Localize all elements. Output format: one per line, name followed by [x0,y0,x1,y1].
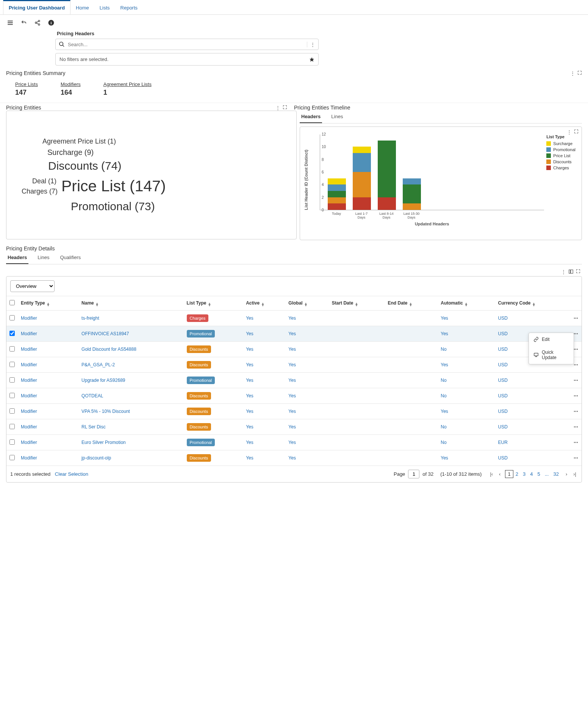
row-checkbox[interactable] [9,377,15,383]
details-tab[interactable]: Lines [36,252,51,264]
cell-automatic[interactable]: Yes [438,357,495,373]
cell-name[interactable]: ts-freight [78,311,184,326]
row-actions-icon[interactable]: ⋯ [570,373,582,388]
next-page-icon[interactable]: › [564,470,569,478]
row-checkbox[interactable] [9,455,15,460]
cell-automatic[interactable]: No [438,373,495,388]
cell-entity-type[interactable]: Modifier [18,419,78,435]
cell-entity-type[interactable]: Modifier [18,311,78,326]
kebab-icon[interactable]: ⋮ [567,129,572,135]
row-checkbox[interactable] [9,439,15,445]
cell-entity-type[interactable]: Modifier [18,357,78,373]
menu-icon[interactable] [6,19,14,27]
last-page-icon[interactable]: ›| [572,470,578,478]
page-number[interactable]: 32 [551,470,561,478]
summary-item[interactable]: Agreement Price Lists1 [103,81,152,97]
row-actions-icon[interactable]: ⋯ [570,435,582,450]
cell-automatic[interactable]: Yes [438,326,495,342]
cell-entity-type[interactable]: Modifier [18,373,78,388]
cell-active[interactable]: Yes [243,435,285,450]
kebab-icon[interactable]: ⋮ [275,105,280,111]
clear-selection-link[interactable]: Clear Selection [55,471,88,477]
cell-name[interactable]: Euro Silver Promotion [78,435,184,450]
cell-entity-type[interactable]: Modifier [18,404,78,419]
legend-item[interactable]: Surcharge [546,141,575,146]
expand-icon[interactable] [283,105,287,111]
cell-name[interactable]: Gold Discount for AS54888 [78,342,184,357]
wordcloud-term[interactable]: Promotional (73) [71,200,155,213]
column-header[interactable]: Start Date▲▼ [329,296,385,311]
column-header[interactable]: Entity Type▲▼ [18,296,78,311]
page-number[interactable]: 4 [528,470,535,478]
column-header[interactable]: Active▲▼ [243,296,285,311]
cell-automatic[interactable]: No [438,419,495,435]
view-select[interactable]: Overview [10,280,55,292]
cell-currency[interactable]: USD [495,388,570,404]
row-checkbox[interactable] [9,315,15,320]
wordcloud-term[interactable]: Surcharge (9) [47,148,94,157]
wordcloud-term[interactable]: Price List (147) [61,177,166,195]
summary-item[interactable]: Modifiers164 [61,81,81,97]
kebab-icon[interactable]: ⋮ [570,70,575,76]
cell-name[interactable]: jp-discount-olp [78,450,184,466]
cell-active[interactable]: Yes [243,404,285,419]
row-actions-icon[interactable]: ⋯ [570,388,582,404]
table-row[interactable]: Modifier Gold Discount for AS54888 Disco… [6,342,582,357]
cell-global[interactable]: Yes [285,311,328,326]
cell-entity-type[interactable]: Modifier [18,342,78,357]
table-row[interactable]: Modifier OFFINVOICE AS18947 Promotional … [6,326,582,342]
cell-entity-type[interactable]: Modifier [18,326,78,342]
row-checkbox[interactable] [9,346,15,352]
cell-entity-type[interactable]: Modifier [18,435,78,450]
cell-entity-type[interactable]: Modifier [18,450,78,466]
details-tab[interactable]: Headers [6,252,28,264]
table-row[interactable]: Modifier RL Ser Disc Discounts Yes Yes N… [6,419,582,435]
table-row[interactable]: Modifier QOTDEAL Discounts Yes Yes No US… [6,388,582,404]
details-tab[interactable]: Qualifiers [58,252,82,264]
cell-global[interactable]: Yes [285,404,328,419]
cell-automatic[interactable]: No [438,435,495,450]
timeline-tab[interactable]: Headers [300,111,322,123]
cell-active[interactable]: Yes [243,373,285,388]
page-number[interactable]: 5 [535,470,542,478]
expand-icon[interactable] [576,269,580,275]
chart-bar[interactable] [378,141,396,210]
cell-global[interactable]: Yes [285,373,328,388]
page-number[interactable]: 1 [505,470,513,478]
table-row[interactable]: Modifier P&A_GSA_PL-2 Discounts Yes Yes … [6,357,582,373]
table-row[interactable]: Modifier Euro Silver Promotion Promotion… [6,435,582,450]
cell-name[interactable]: QOTDEAL [78,388,184,404]
legend-item[interactable]: Promotional [546,147,575,152]
select-all-checkbox[interactable] [9,300,15,305]
column-header[interactable]: Automatic▲▼ [438,296,495,311]
cell-name[interactable]: OFFINVOICE AS18947 [78,326,184,342]
first-page-icon[interactable]: |‹ [488,470,494,478]
row-checkbox[interactable] [9,362,15,367]
star-icon[interactable] [309,57,314,62]
row-actions-icon[interactable]: ⋯ [570,450,582,466]
cell-active[interactable]: Yes [243,419,285,435]
wordcloud-term[interactable]: Discounts (74) [48,159,121,172]
undo-icon[interactable] [20,19,28,27]
top-tab[interactable]: Reports [115,0,143,14]
chart-bar[interactable] [328,178,346,210]
cell-automatic[interactable]: Yes [438,311,495,326]
page-input[interactable] [408,470,419,478]
cell-currency[interactable]: USD [495,373,570,388]
expand-icon[interactable] [574,129,579,135]
cell-name[interactable]: VPA 5% - 10% Discount [78,404,184,419]
cell-global[interactable]: Yes [285,326,328,342]
legend-item[interactable]: Discounts [546,159,575,164]
cell-global[interactable]: Yes [285,357,328,373]
table-row[interactable]: Modifier Upgrade for AS92689 Promotional… [6,373,582,388]
kebab-icon[interactable]: ⋮ [561,269,566,275]
prev-page-icon[interactable]: ‹ [497,470,502,478]
cell-name[interactable]: P&A_GSA_PL-2 [78,357,184,373]
info-icon[interactable]: i [47,19,55,27]
expand-icon[interactable] [577,70,582,76]
column-header[interactable]: Currency Code▲▼ [495,296,570,311]
cell-global[interactable]: Yes [285,342,328,357]
top-tab[interactable]: Lists [94,0,115,14]
cell-active[interactable]: Yes [243,388,285,404]
cell-active[interactable]: Yes [243,311,285,326]
